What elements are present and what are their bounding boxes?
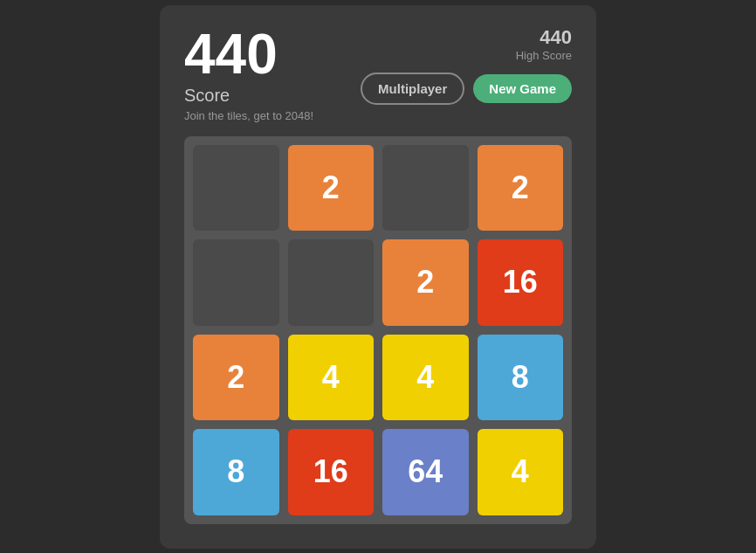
right-section: 440 High Score Multiplayer New Game xyxy=(361,26,572,105)
high-score-number: 440 xyxy=(516,26,572,49)
grid-cell: 16 xyxy=(288,429,375,515)
game-grid: 222162448816644 xyxy=(184,136,572,524)
grid-cell: 2 xyxy=(288,145,375,232)
score-section: 440 Score Join the tiles, get to 2048! xyxy=(184,26,313,122)
new-game-button[interactable]: New Game xyxy=(473,74,572,103)
score-number: 440 xyxy=(184,26,313,82)
grid-cell xyxy=(382,145,469,232)
grid-cell: 4 xyxy=(382,335,469,421)
grid-cell: 8 xyxy=(193,429,279,515)
score-subtitle: Join the tiles, get to 2048! xyxy=(184,109,313,122)
grid-cell: 4 xyxy=(478,429,564,515)
grid-cell xyxy=(193,145,279,232)
grid-cell xyxy=(193,239,279,326)
grid-cell: 2 xyxy=(382,239,469,326)
grid-cell: 4 xyxy=(288,335,375,421)
game-container: 440 Score Join the tiles, get to 2048! 4… xyxy=(160,5,596,549)
grid-cell: 2 xyxy=(193,335,279,421)
buttons-row: Multiplayer New Game xyxy=(361,73,572,105)
grid-cell xyxy=(288,239,375,326)
multiplayer-button[interactable]: Multiplayer xyxy=(361,73,464,105)
high-score-section: 440 High Score xyxy=(516,26,572,62)
score-label: Score xyxy=(184,86,313,106)
top-section: 440 Score Join the tiles, get to 2048! 4… xyxy=(184,26,572,122)
grid-cell: 2 xyxy=(478,145,564,232)
high-score-label: High Score xyxy=(516,49,572,62)
grid-cell: 16 xyxy=(478,239,564,326)
grid-cell: 8 xyxy=(478,335,564,421)
grid-cell: 64 xyxy=(382,429,469,515)
